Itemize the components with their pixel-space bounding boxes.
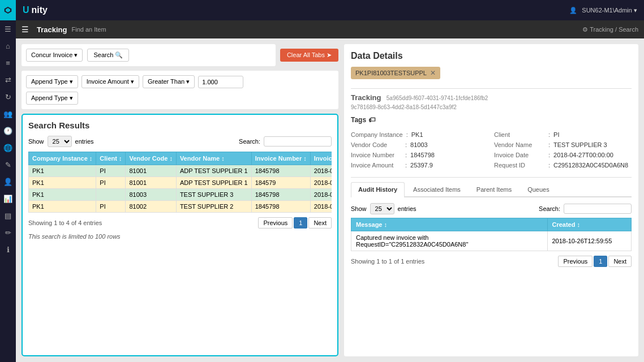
sidebar-icon-list[interactable]: ≡ [0, 55, 16, 71]
sidebar-icon-menu[interactable]: ☰ [0, 21, 16, 37]
search-limit-note: This search is limited to 100 rows [28, 233, 332, 240]
results-controls: Show 25 10 50 entries Search: [28, 136, 332, 147]
audit-pagination: Showing 1 to 1 of 1 entries Previous 1 N… [351, 256, 632, 267]
tab-audit-history[interactable]: Audit History [351, 182, 405, 197]
tab-parent-items[interactable]: Parent Items [469, 182, 519, 196]
topbar: Unity 👤 SUN62-M1\Admin ▾ [16, 0, 644, 20]
navbar-title: Tracking [37, 25, 67, 34]
col-invoice-date: Invoice Date ↕ [310, 152, 332, 165]
audit-controls: Show 25 10 50 entries Search: [351, 203, 632, 214]
sidebar-icon-chart[interactable]: 📊 [0, 191, 16, 206]
audit-prev-button[interactable]: Previous [558, 256, 593, 267]
topbar-right: 👤 SUN62-M1\Admin ▾ [569, 7, 637, 14]
tags-section: Tags 🏷 [351, 116, 632, 124]
detail-right-col: Client : PI Vendor Name : TEST SUPPLIER … [494, 130, 632, 170]
audit-entries-label: entries [398, 205, 417, 212]
sidebar-icon-info[interactable]: ℹ [0, 242, 16, 257]
navbar-subtitle: Find an Item [71, 26, 106, 33]
left-panel: Concur Invoice ▾ Search 🔍 Clear All Tabs… [22, 44, 338, 356]
audit-table-cell: 2018-10-26T12:59:55 [547, 231, 632, 251]
audit-search-input[interactable] [564, 204, 632, 214]
concur-invoice-dropdown[interactable]: Concur Invoice ▾ [26, 49, 83, 62]
col-company-instance: Company Instance ↕ [29, 152, 96, 165]
audit-col-created: Created ↕ [547, 218, 632, 231]
detail-company-instance: Company Instance : PK1 Vendor Code : 810… [351, 130, 488, 170]
data-details-title: Data Details [351, 51, 632, 61]
settings-icon: ⚙ [582, 26, 588, 33]
prev-button[interactable]: Previous [258, 217, 293, 229]
table-row[interactable]: PK1PI81002TEST SUPPLIER 218457982018-04-… [29, 201, 332, 213]
table-cell: PK1 [29, 165, 96, 177]
entries-label: entries [75, 138, 94, 145]
logo-rest: nity [32, 5, 48, 15]
table-cell: 81002 [126, 201, 176, 213]
amount-input[interactable]: 1.000 [198, 76, 243, 88]
greater-than-dropdown[interactable]: Greater Than ▾ [143, 75, 195, 88]
clear-all-tabs-button[interactable]: Clear All Tabs ➤ [280, 49, 338, 62]
sidebar-icon-refresh[interactable]: ↻ [0, 89, 16, 105]
content-area: Concur Invoice ▾ Search 🔍 Clear All Tabs… [16, 38, 644, 362]
table-cell: 81003 [126, 189, 176, 201]
sidebar-icon-users[interactable]: 👥 [0, 106, 16, 122]
table-row[interactable]: PK1PI81001ADP TEST SUPPLIER 118457982018… [29, 165, 332, 177]
sidebar: ☰ ⌂ ≡ ⇄ ↻ 👥 🕐 🌐 ✎ 👤 📊 ▤ ✏ ℹ [0, 0, 16, 362]
table-cell: PI [96, 165, 126, 177]
show-label: Show [28, 138, 44, 145]
append-type-1-dropdown[interactable]: Append Type ▾ [26, 75, 78, 88]
logo-u: U [23, 5, 29, 15]
table-cell: PK1 [29, 201, 96, 213]
results-title: Search Results [28, 120, 332, 130]
table-cell: 2018-04-27T00:00:00 [310, 177, 332, 189]
table-cell: 2018-04-27T00:00:00 [310, 189, 332, 201]
topbar-user[interactable]: SUN62-M1\Admin ▾ [582, 7, 637, 14]
tab-queues[interactable]: Queues [520, 182, 557, 196]
tags-label: Tags 🏷 [351, 116, 632, 124]
table-cell: PI [96, 201, 126, 213]
pagination-info: Showing 1 to 4 of 4 entries [28, 219, 102, 226]
sidebar-icon-bars[interactable]: ▤ [0, 208, 16, 223]
table-cell: 184579 [251, 177, 310, 189]
tag-close-button[interactable]: ✕ [430, 69, 436, 77]
audit-page-1-button[interactable]: 1 [594, 256, 607, 267]
table-cell: 1845798 [251, 165, 310, 177]
col-vendor-code: Vendor Code ↕ [126, 152, 176, 165]
entries-select[interactable]: 25 10 50 [48, 136, 72, 147]
table-cell: ADP TEST SUPPLIER 1 [176, 177, 251, 189]
tab-associated-items[interactable]: Associated Items [406, 182, 468, 196]
topbar-logo: Unity [23, 5, 48, 15]
audit-pagination-info: Showing 1 to 1 of 1 entries [351, 258, 424, 265]
col-client: Client ↕ [96, 152, 126, 165]
col-vendor-name: Vendor Name ↕ [176, 152, 251, 165]
navbar-menu-icon[interactable]: ☰ [22, 25, 29, 34]
col-invoice-number: Invoice Number ↕ [251, 152, 310, 165]
append-type-2-dropdown[interactable]: Append Type ▾ [26, 92, 78, 105]
sidebar-icon-edit[interactable]: ✎ [0, 157, 16, 173]
sidebar-icon-transfer[interactable]: ⇄ [0, 72, 16, 88]
sidebar-icon-user[interactable]: 👤 [0, 174, 16, 189]
search-filter-input[interactable] [264, 136, 332, 146]
next-button[interactable]: Next [308, 217, 332, 229]
sidebar-icon-pencil[interactable]: ✏ [0, 225, 16, 240]
results-table: Company Instance ↕ Client ↕ Vendor Code … [28, 152, 332, 213]
sidebar-icon-clock[interactable]: 🕐 [0, 123, 16, 139]
search-button[interactable]: Search 🔍 [87, 49, 129, 62]
topbar-user-icon: 👤 [569, 7, 577, 14]
sidebar-icon-home[interactable]: ⌂ [0, 38, 16, 54]
search-filter: Search: [239, 136, 332, 146]
audit-entries-select[interactable]: 25 10 50 [370, 203, 394, 214]
sidebar-icon-globe[interactable]: 🌐 [0, 140, 16, 156]
audit-table: Message ↕ Created ↕ Captured new invoice… [351, 218, 632, 251]
table-cell: PK1 [29, 177, 96, 189]
table-row[interactable]: PK181003TEST SUPPLIER 318457982018-04-27… [29, 189, 332, 201]
invoice-amount-dropdown[interactable]: Invoice Amount ▾ [81, 75, 139, 88]
table-cell [96, 189, 126, 201]
tag-badge: PK1PI81003TESTSUPPL ✕ [351, 67, 440, 79]
page-1-button[interactable]: 1 [294, 217, 307, 229]
sidebar-logo [0, 0, 16, 20]
audit-next-button[interactable]: Next [608, 256, 632, 267]
table-row[interactable]: PK1PI81001ADP TEST SUPPLIER 11845792018-… [29, 177, 332, 189]
audit-table-row: Captured new invoice with RequestID="C29… [351, 231, 632, 251]
right-panel: Data Details PK1PI81003TESTSUPPL ✕ Track… [344, 44, 638, 356]
audit-pagination-buttons: Previous 1 Next [558, 256, 632, 267]
table-cell: PK1 [29, 189, 96, 201]
